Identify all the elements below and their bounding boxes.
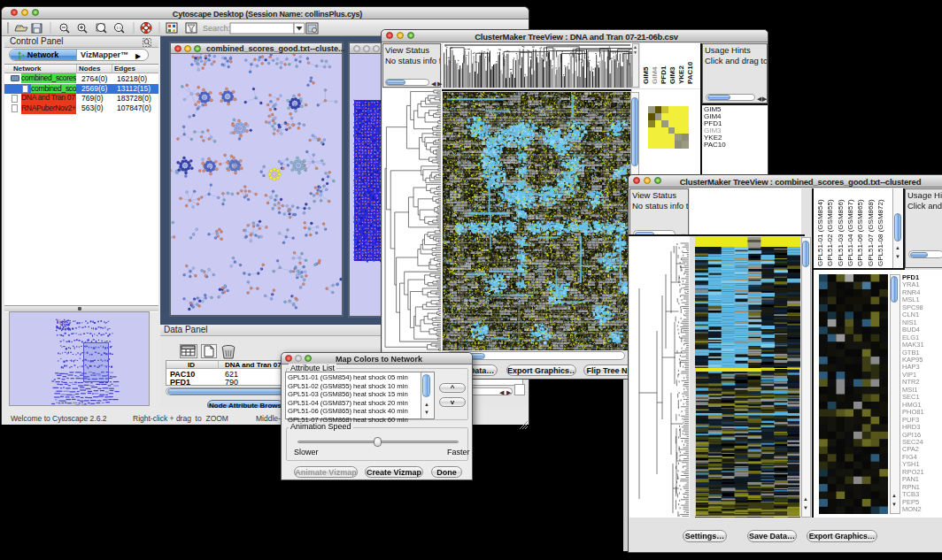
svg-text:Search:: Search: — [203, 24, 230, 33]
svg-text:1:1: 1:1 — [117, 26, 122, 30]
